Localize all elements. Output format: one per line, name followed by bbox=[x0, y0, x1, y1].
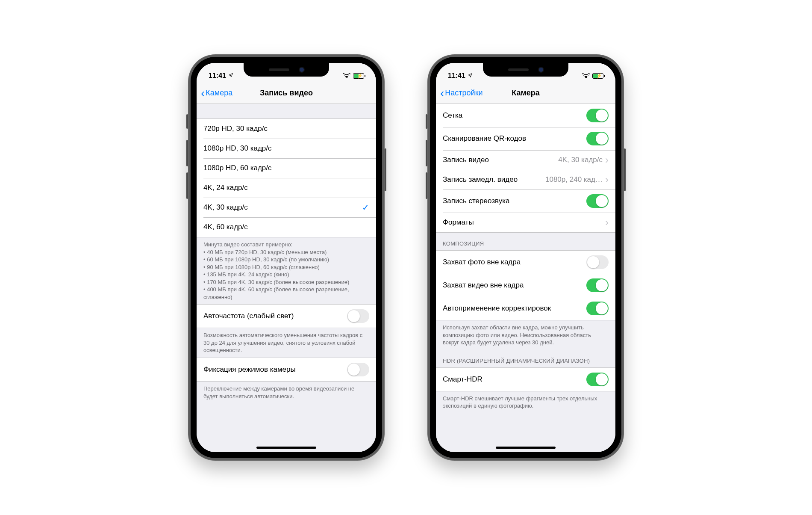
auto-apply-toggle[interactable] bbox=[586, 302, 609, 315]
video-option-4k-24[interactable]: 4K, 24 кадр/с bbox=[197, 178, 376, 198]
checkmark-icon: ✓ bbox=[362, 202, 369, 213]
stereo-row[interactable]: Запись стереозвука bbox=[436, 189, 615, 213]
battery-icon: ⚡ bbox=[592, 73, 603, 79]
composition-footer: Используя захват области вне кадра, можн… bbox=[436, 320, 615, 350]
grid-toggle[interactable] bbox=[586, 109, 609, 122]
wifi-icon bbox=[582, 73, 590, 79]
phone-mockup-2: 11:41 ⚡ ‹ Настройки Камера bbox=[427, 54, 624, 461]
lock-camera-toggle[interactable] bbox=[347, 363, 369, 376]
record-video-label: Запись видео bbox=[443, 156, 489, 164]
record-slomo-row[interactable]: Запись замедл. видео 1080p, 240 кад… › bbox=[436, 170, 615, 189]
formats-label: Форматы bbox=[443, 218, 474, 227]
volume-down-button bbox=[186, 172, 188, 199]
phone-mockup-1: 11:41 ⚡ ‹ Камера Запись видео bbox=[188, 54, 385, 461]
option-label: 4K, 30 кадр/с bbox=[203, 203, 248, 212]
battery-icon: ⚡ bbox=[353, 73, 364, 79]
video-option-4k-60[interactable]: 4K, 60 кадр/с bbox=[197, 217, 376, 237]
home-indicator[interactable] bbox=[496, 447, 556, 449]
hdr-footer: Смарт-HDR смешивает лучшие фрагменты тре… bbox=[436, 391, 615, 413]
smart-hdr-row[interactable]: Смарт-HDR bbox=[436, 368, 615, 391]
chevron-left-icon: ‹ bbox=[201, 87, 205, 99]
chevron-right-icon: › bbox=[605, 155, 609, 165]
silence-switch bbox=[186, 114, 188, 129]
auto-fps-toggle[interactable] bbox=[347, 309, 369, 323]
notch bbox=[244, 63, 329, 77]
back-button[interactable]: ‹ Камера bbox=[201, 87, 232, 99]
auto-fps-label: Авточастота (слабый свет) bbox=[203, 312, 294, 320]
auto-apply-row[interactable]: Автоприменение корректировок bbox=[436, 297, 615, 320]
status-time: 11:41 bbox=[448, 72, 465, 80]
volume-up-button bbox=[186, 140, 188, 166]
video-outside-toggle[interactable] bbox=[586, 278, 609, 292]
chevron-right-icon: › bbox=[605, 217, 609, 228]
stereo-toggle[interactable] bbox=[586, 194, 609, 208]
video-option-1080p-60[interactable]: 1080p HD, 60 кадр/с bbox=[197, 158, 376, 178]
smart-hdr-label: Смарт-HDR bbox=[443, 375, 482, 384]
photo-outside-label: Захват фото вне кадра bbox=[443, 258, 521, 266]
grid-label: Сетка bbox=[443, 111, 462, 120]
video-format-list: 720p HD, 30 кадр/с 1080p HD, 30 кадр/с 1… bbox=[197, 118, 376, 237]
auto-fps-footer: Возможность автоматического уменьшения ч… bbox=[197, 328, 376, 358]
composition-header: КОМПОЗИЦИЯ bbox=[436, 233, 615, 250]
lock-camera-label: Фиксация режимов камеры bbox=[203, 365, 296, 374]
photo-outside-row[interactable]: Захват фото вне кадра bbox=[436, 251, 615, 274]
option-label: 720p HD, 30 кадр/с bbox=[203, 124, 268, 133]
option-label: 4K, 24 кадр/с bbox=[203, 184, 248, 192]
volume-up-button bbox=[426, 140, 427, 166]
chevron-right-icon: › bbox=[605, 175, 609, 185]
power-button bbox=[624, 148, 626, 191]
record-slomo-value: 1080p, 240 кад… bbox=[545, 175, 603, 184]
location-icon bbox=[468, 72, 473, 80]
notch bbox=[483, 63, 568, 77]
back-label: Камера bbox=[206, 89, 232, 98]
power-button bbox=[385, 148, 386, 191]
smart-hdr-toggle[interactable] bbox=[586, 373, 609, 386]
formats-row[interactable]: Форматы › bbox=[436, 213, 615, 232]
lock-camera-row[interactable]: Фиксация режимов камеры bbox=[197, 358, 376, 381]
photo-outside-toggle[interactable] bbox=[586, 255, 609, 269]
video-outside-label: Захват видео вне кадра bbox=[443, 281, 524, 290]
nav-header: ‹ Настройки Камера bbox=[436, 83, 615, 104]
lock-camera-footer: Переключение между камерами во время вид… bbox=[197, 382, 376, 403]
video-option-1080p-30[interactable]: 1080p HD, 30 кадр/с bbox=[197, 139, 376, 158]
wifi-icon bbox=[343, 73, 350, 79]
status-time: 11:41 bbox=[209, 72, 226, 80]
option-label: 4K, 60 кадр/с bbox=[203, 223, 248, 231]
record-slomo-label: Запись замедл. видео bbox=[443, 175, 518, 184]
stereo-label: Запись стереозвука bbox=[443, 197, 509, 205]
qr-row[interactable]: Сканирование QR-кодов bbox=[436, 127, 615, 150]
option-label: 1080p HD, 30 кадр/с bbox=[203, 144, 272, 153]
qr-toggle[interactable] bbox=[586, 132, 609, 145]
chevron-left-icon: ‹ bbox=[440, 87, 444, 99]
record-video-row[interactable]: Запись видео 4K, 30 кадр/с › bbox=[436, 150, 615, 170]
silence-switch bbox=[426, 114, 427, 129]
qr-label: Сканирование QR-кодов bbox=[443, 134, 526, 143]
record-video-value: 4K, 30 кадр/с bbox=[558, 156, 603, 164]
auto-fps-row[interactable]: Авточастота (слабый свет) bbox=[197, 305, 376, 328]
grid-row[interactable]: Сетка bbox=[436, 104, 615, 127]
video-outside-row[interactable]: Захват видео вне кадра bbox=[436, 274, 615, 297]
location-icon bbox=[228, 72, 233, 80]
video-option-720p-30[interactable]: 720p HD, 30 кадр/с bbox=[197, 119, 376, 139]
home-indicator[interactable] bbox=[256, 447, 316, 449]
auto-apply-label: Автоприменение корректировок bbox=[443, 304, 551, 313]
back-label: Настройки bbox=[445, 89, 482, 98]
nav-header: ‹ Камера Запись видео bbox=[197, 83, 376, 104]
option-label: 1080p HD, 60 кадр/с bbox=[203, 164, 272, 172]
hdr-header: HDR (РАСШИРЕННЫЙ ДИНАМИЧЕСКИЙ ДИАПАЗОН) bbox=[436, 350, 615, 367]
video-option-4k-30[interactable]: 4K, 30 кадр/с ✓ bbox=[197, 198, 376, 217]
volume-down-button bbox=[426, 172, 427, 199]
back-button[interactable]: ‹ Настройки bbox=[440, 87, 483, 99]
size-estimate-footer: Минута видео составит примерно: • 40 МБ … bbox=[197, 237, 376, 304]
